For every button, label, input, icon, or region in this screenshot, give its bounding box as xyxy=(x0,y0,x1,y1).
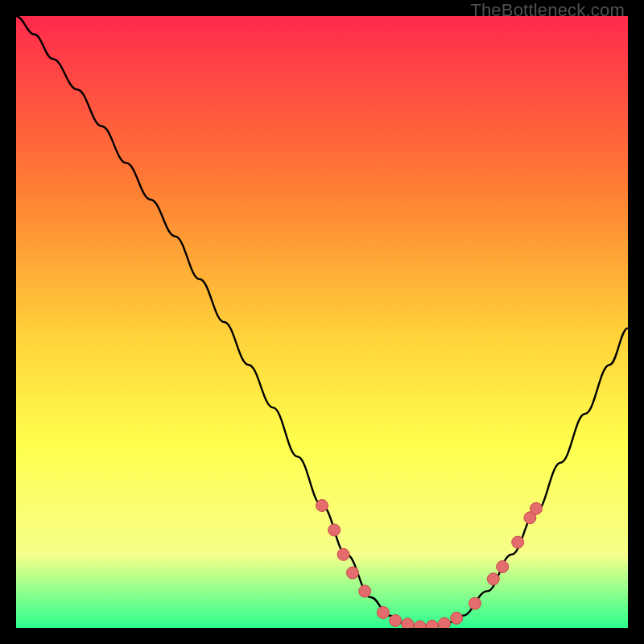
data-dot xyxy=(487,573,499,585)
data-dot xyxy=(469,597,481,609)
data-dot xyxy=(512,536,524,548)
data-dot xyxy=(347,567,359,579)
data-dot xyxy=(316,500,328,512)
data-dot xyxy=(328,524,341,536)
data-dot xyxy=(359,585,371,597)
bottleneck-curve xyxy=(16,16,628,628)
plot-area xyxy=(16,16,628,628)
data-dot xyxy=(402,618,414,628)
data-dot xyxy=(497,561,509,573)
data-dot xyxy=(378,607,390,619)
data-dot xyxy=(439,617,451,628)
watermark-text: TheBottleneck.com xyxy=(470,0,625,21)
curve-layer xyxy=(16,16,628,628)
data-dot xyxy=(451,612,463,624)
data-dot xyxy=(530,502,543,514)
data-dot xyxy=(337,548,349,560)
data-dot xyxy=(390,614,402,626)
data-dots xyxy=(316,500,543,629)
data-dot xyxy=(426,620,438,628)
data-dot xyxy=(414,621,426,628)
chart-frame xyxy=(16,16,628,628)
